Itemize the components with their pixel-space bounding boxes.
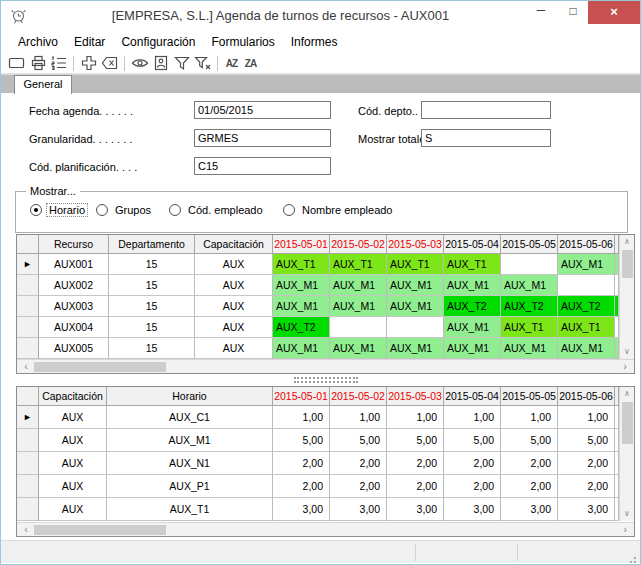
grid-cell[interactable]: AUX_P1 bbox=[107, 475, 273, 498]
column-header[interactable]: 2015-05-02 bbox=[330, 387, 387, 406]
column-header[interactable]: 2015-05-06 bbox=[558, 235, 615, 254]
shift-cell[interactable] bbox=[558, 275, 615, 296]
total-cell[interactable]: 3,00 bbox=[444, 498, 501, 521]
vertical-scrollbar[interactable]: ∧ ∨ bbox=[619, 235, 634, 359]
row-selector[interactable] bbox=[17, 296, 39, 317]
total-cell[interactable]: 2,00 bbox=[444, 452, 501, 475]
total-cell[interactable]: 5,00 bbox=[387, 429, 444, 452]
column-header[interactable]: Horario bbox=[107, 387, 273, 406]
shift-cell[interactable]: AUX_T1 bbox=[558, 317, 615, 338]
shift-cell[interactable]: AUX_T2 bbox=[501, 296, 558, 317]
column-header[interactable]: Departamento bbox=[109, 235, 195, 254]
row-selector[interactable] bbox=[17, 429, 39, 452]
shift-cell[interactable]: AUX_T1 bbox=[444, 254, 501, 275]
total-cell[interactable]: 2,00 bbox=[330, 452, 387, 475]
scroll-right-icon[interactable]: › bbox=[618, 523, 632, 536]
employee-card-icon[interactable] bbox=[150, 55, 171, 72]
menu-formularios[interactable]: Formularios bbox=[203, 32, 282, 52]
menu-configuracion[interactable]: Configuración bbox=[113, 32, 203, 52]
column-header[interactable]: 2015-05-05 bbox=[501, 387, 558, 406]
grid-cell[interactable]: AUX bbox=[39, 429, 107, 452]
grid-cell[interactable]: AUX_C1 bbox=[107, 406, 273, 429]
scrollbar-thumb[interactable] bbox=[622, 250, 633, 278]
shift-cell[interactable]: AUX_M1 bbox=[558, 338, 615, 359]
total-cell[interactable]: 2,00 bbox=[273, 475, 330, 498]
cod-depto-field[interactable] bbox=[421, 101, 551, 119]
sort-az-icon[interactable]: A​Z bbox=[222, 55, 241, 72]
grid-cell[interactable]: AUX003 bbox=[39, 296, 109, 317]
grid-cell[interactable]: AUX bbox=[195, 296, 273, 317]
shift-cell[interactable] bbox=[501, 254, 558, 275]
scroll-right-icon[interactable]: › bbox=[618, 360, 632, 373]
column-header[interactable]: 2015-05-02 bbox=[330, 235, 387, 254]
tab-general[interactable]: General bbox=[14, 75, 72, 94]
shift-cell[interactable]: AUX_T1 bbox=[273, 254, 330, 275]
window-icon[interactable] bbox=[6, 55, 27, 72]
grid-cell[interactable]: AUX bbox=[39, 406, 107, 429]
grid-cell[interactable]: AUX bbox=[39, 498, 107, 521]
total-cell[interactable]: 2,00 bbox=[501, 475, 558, 498]
grid-splitter[interactable] bbox=[16, 375, 635, 385]
total-cell[interactable]: 1,00 bbox=[558, 406, 615, 429]
scroll-up-icon[interactable]: ∧ bbox=[620, 387, 634, 401]
column-header[interactable]: 2015-05-03 bbox=[387, 235, 444, 254]
shift-cell[interactable]: AUX_T1 bbox=[387, 254, 444, 275]
radio-nombre-empleado[interactable]: Nombre empleado bbox=[283, 204, 395, 216]
shift-cell[interactable] bbox=[387, 317, 444, 338]
total-cell[interactable]: 2,00 bbox=[558, 475, 615, 498]
total-cell[interactable]: 1,00 bbox=[330, 406, 387, 429]
shift-cell[interactable]: AUX_M1 bbox=[330, 338, 387, 359]
menu-editar[interactable]: Editar bbox=[66, 32, 113, 52]
delete-record-icon[interactable] bbox=[99, 55, 120, 72]
row-selector[interactable] bbox=[17, 452, 39, 475]
grid-cell[interactable]: 15 bbox=[109, 254, 195, 275]
shift-cell[interactable]: AUX_M1 bbox=[387, 296, 444, 317]
scroll-left-icon[interactable]: ‹ bbox=[19, 523, 33, 536]
add-record-icon[interactable] bbox=[78, 55, 99, 72]
grid-cell[interactable]: AUX bbox=[39, 452, 107, 475]
shift-cell[interactable]: AUX_M1 bbox=[387, 338, 444, 359]
radio-cod-empleado[interactable]: Cód. empleado bbox=[169, 204, 265, 216]
shift-cell[interactable]: AUX_T2 bbox=[558, 296, 615, 317]
vertical-scrollbar[interactable]: ∧ ∨ bbox=[619, 387, 634, 521]
grid-cell[interactable]: 15 bbox=[109, 338, 195, 359]
print-icon[interactable] bbox=[27, 55, 48, 72]
shift-cell[interactable]: AUX_M1 bbox=[558, 254, 615, 275]
grid-cell[interactable]: AUX_N1 bbox=[107, 452, 273, 475]
total-cell[interactable]: 5,00 bbox=[330, 429, 387, 452]
fecha-agenda-field[interactable] bbox=[194, 101, 331, 119]
grid-cell[interactable]: AUX bbox=[195, 254, 273, 275]
column-header[interactable]: Recurso bbox=[39, 235, 109, 254]
grid-cell[interactable]: AUX bbox=[39, 475, 107, 498]
grid-cell[interactable]: AUX bbox=[195, 317, 273, 338]
total-cell[interactable]: 3,00 bbox=[501, 498, 558, 521]
column-header[interactable]: Capacitación bbox=[39, 387, 107, 406]
total-cell[interactable]: 2,00 bbox=[501, 452, 558, 475]
scroll-up-icon[interactable]: ∧ bbox=[620, 235, 634, 249]
minimize-button[interactable]: – bbox=[528, 1, 554, 23]
total-cell[interactable]: 3,00 bbox=[330, 498, 387, 521]
grid-cell[interactable]: AUX_M1 bbox=[107, 429, 273, 452]
shift-cell[interactable]: AUX_M1 bbox=[501, 275, 558, 296]
scrollbar-thumb[interactable] bbox=[34, 362, 166, 372]
total-cell[interactable]: 5,00 bbox=[444, 429, 501, 452]
total-cell[interactable]: 5,00 bbox=[273, 429, 330, 452]
total-cell[interactable]: 2,00 bbox=[273, 452, 330, 475]
close-button[interactable]: × bbox=[588, 1, 640, 24]
grid-cell[interactable]: AUX004 bbox=[39, 317, 109, 338]
shift-cell[interactable]: AUX_M1 bbox=[444, 317, 501, 338]
total-cell[interactable]: 2,00 bbox=[387, 452, 444, 475]
filter-icon[interactable] bbox=[171, 55, 192, 72]
active-row-marker[interactable]: ► bbox=[17, 254, 39, 275]
column-header[interactable]: 2015-05-04 bbox=[444, 235, 501, 254]
grid-cell[interactable]: AUX_T1 bbox=[107, 498, 273, 521]
shift-cell[interactable]: AUX_M1 bbox=[444, 338, 501, 359]
shift-cell[interactable]: AUX_M1 bbox=[273, 296, 330, 317]
total-cell[interactable]: 1,00 bbox=[501, 406, 558, 429]
row-selector[interactable] bbox=[17, 317, 39, 338]
horizontal-scrollbar[interactable]: ‹ › bbox=[17, 359, 634, 373]
total-cell[interactable]: 5,00 bbox=[501, 429, 558, 452]
column-header[interactable]: 2015-05-06 bbox=[558, 387, 615, 406]
grid-cell[interactable]: AUX002 bbox=[39, 275, 109, 296]
column-header[interactable]: 2015-05-01 bbox=[273, 235, 330, 254]
